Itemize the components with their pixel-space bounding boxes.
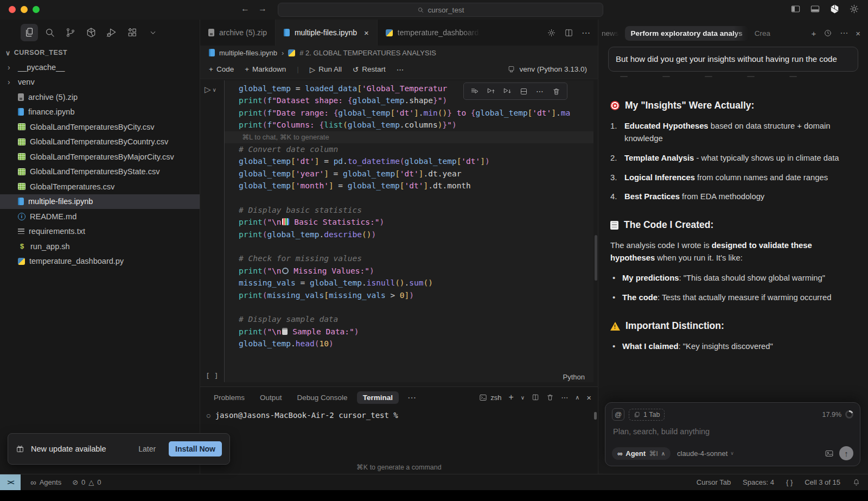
run-debug-icon[interactable] — [103, 24, 120, 41]
tab-settings-gear-icon[interactable] — [547, 28, 556, 37]
chat-tab-overflow-left[interactable]: news — [602, 29, 619, 37]
new-chat-plus-icon[interactable]: + — [811, 29, 816, 38]
run-above-icon[interactable] — [484, 85, 497, 97]
chat-more-icon[interactable]: ⋯ — [840, 28, 848, 38]
close-window-button[interactable] — [9, 6, 16, 13]
breadcrumb[interactable]: multiple-files.ipynb › # 2. GLOBAL TEMPE… — [200, 46, 598, 60]
history-clock-icon[interactable] — [824, 29, 832, 37]
panel-tab-problems[interactable]: Problems — [208, 391, 251, 404]
install-now-button[interactable]: Install Now — [169, 441, 222, 456]
cell-language-label[interactable]: Python — [563, 373, 585, 381]
new-terminal-plus-icon[interactable]: + — [509, 392, 514, 402]
status-item[interactable]: Cell 3 of 15 — [805, 478, 840, 486]
editor-tab[interactable]: multiple-files.ipynb× — [276, 20, 378, 46]
panel-tab-debug-console[interactable]: Debug Console — [291, 391, 354, 404]
editor-tab[interactable]: archive (5).zip — [200, 20, 276, 46]
search-icon[interactable] — [41, 24, 59, 41]
split-editor-icon[interactable] — [564, 28, 573, 37]
chat-tab-overflow-right[interactable]: Crea — [755, 29, 770, 37]
settings-gear-icon[interactable] — [849, 4, 859, 14]
tree-item[interactable]: archive (5).zip — [0, 90, 200, 105]
problems-status-item[interactable]: ⊘0 △0 — [72, 478, 101, 486]
close-chat-icon[interactable]: × — [856, 29, 860, 38]
later-button[interactable]: Later — [138, 445, 156, 453]
kernel-picker[interactable]: venv (Python 3.13.0) — [507, 65, 587, 73]
cursor-cube-icon[interactable] — [829, 4, 840, 14]
panel-tab-terminal[interactable]: Terminal — [357, 391, 399, 404]
tree-item[interactable]: GlobalTemperatures.csv — [0, 179, 200, 194]
add-code-cell-button[interactable]: +Code — [209, 65, 234, 73]
notifications-bell-icon[interactable] — [852, 478, 860, 486]
inline-ai-hint[interactable]: ⌘L to chat, ⌘K to generate — [225, 131, 593, 143]
extensions-icon[interactable] — [124, 24, 141, 41]
tree-item[interactable]: temperature_dashboard.py — [0, 254, 200, 269]
tree-item[interactable]: GlobalLandTemperaturesByState.csv — [0, 164, 200, 180]
delete-cell-icon[interactable] — [550, 85, 563, 97]
tree-item[interactable]: multiple-files.ipynb — [0, 194, 200, 210]
tree-item[interactable]: requirements.txt — [0, 224, 200, 239]
code-cell[interactable]: global_temp = loaded_data['Global_Temper… — [224, 80, 593, 382]
tree-item[interactable]: ›__pycache__ — [0, 60, 200, 75]
editor-tab[interactable]: temperature_dashboard.p — [378, 20, 481, 46]
breadcrumb-section[interactable]: # 2. GLOBAL TEMPERATURES ANALYSIS — [299, 49, 436, 57]
breadcrumb-file[interactable]: multiple-files.ipynb — [219, 49, 277, 57]
chat-tab-active[interactable]: Perform exploratory data analys — [625, 26, 749, 41]
tree-item[interactable]: iREADME.md — [0, 209, 200, 224]
remote-indicator[interactable]: >< — [0, 474, 21, 490]
send-button[interactable]: ↑ — [839, 446, 853, 460]
status-item[interactable]: { } — [786, 478, 793, 486]
zoom-window-button[interactable] — [33, 6, 40, 13]
split-terminal-icon[interactable] — [532, 394, 539, 401]
back-arrow-icon[interactable]: ← — [241, 4, 250, 14]
model-selector[interactable]: claude-4-sonnet ∨ — [677, 449, 734, 458]
run-cell-button[interactable]: ▷∨ — [205, 85, 216, 94]
editor-scrollbar-thumb[interactable] — [595, 235, 597, 281]
run-below-icon[interactable] — [501, 85, 514, 97]
terminal-content[interactable]: ○ jason@Jasons-MacBook-Air-2 cursor_test… — [200, 405, 598, 420]
split-cell-icon[interactable] — [517, 85, 530, 97]
cell-more-icon[interactable]: ⋯ — [533, 85, 546, 97]
context-tab-chip[interactable]: 1 Tab — [629, 409, 665, 421]
attach-image-icon[interactable] — [825, 449, 834, 458]
agents-status-item[interactable]: ∞Agents — [30, 478, 61, 487]
user-message-bubble[interactable]: But how did you get your insights withou… — [608, 47, 858, 72]
kill-terminal-trash-icon[interactable] — [546, 394, 554, 401]
terminal-dropdown-chevron-icon[interactable]: ∨ — [521, 395, 525, 401]
maximize-panel-chevron-icon[interactable]: ∧ — [575, 394, 579, 401]
command-center-search[interactable]: cursor_test — [278, 3, 603, 17]
remote-explorer-icon[interactable] — [82, 24, 100, 41]
tree-item[interactable]: $run_app.sh — [0, 239, 200, 254]
chat-input-box[interactable]: @ 1 Tab 17.9% Plan, search, build anythi… — [605, 402, 860, 466]
panel-actions-more-icon[interactable]: ⋯ — [561, 394, 568, 402]
panel-more-icon[interactable]: ⋯ — [407, 392, 416, 403]
explorer-icon[interactable] — [21, 24, 38, 41]
status-item[interactable]: Spaces: 4 — [743, 478, 774, 486]
terminal-scrollbar-thumb[interactable] — [594, 412, 597, 420]
source-control-icon[interactable] — [62, 24, 79, 41]
tree-item[interactable]: GlobalLandTemperaturesByCountry.csv — [0, 135, 200, 150]
layout-sidebar-icon[interactable] — [790, 4, 801, 14]
restart-kernel-button[interactable]: ↺Restart — [353, 65, 386, 74]
tree-item[interactable]: ›venv — [0, 75, 200, 90]
status-item[interactable]: Cursor Tab — [697, 478, 731, 486]
run-section-icon[interactable] — [468, 85, 481, 97]
run-all-button[interactable]: ▷Run All — [310, 65, 342, 74]
chat-input-placeholder[interactable]: Plan, search, build anything — [613, 427, 852, 436]
toolbar-more-icon[interactable]: ⋯ — [397, 65, 404, 74]
panel-tab-output[interactable]: Output — [254, 391, 288, 404]
cell-code[interactable]: global_temp = loaded_data['Global_Temper… — [225, 80, 593, 350]
close-tab-icon[interactable]: × — [364, 28, 369, 37]
close-panel-icon[interactable]: × — [586, 393, 591, 402]
add-context-at-button[interactable]: @ — [612, 408, 624, 421]
tree-item[interactable]: GlobalLandTemperaturesByMajorCity.csv — [0, 149, 200, 164]
add-markdown-cell-button[interactable]: +Markdown — [245, 65, 286, 73]
mode-selector-agent[interactable]: ∞ Agent ⌘I ∧ — [612, 447, 671, 460]
tree-item[interactable]: GlobalLandTemperaturesByCity.csv — [0, 119, 200, 135]
more-views-chevron-icon[interactable] — [144, 24, 162, 41]
layout-panel-icon[interactable] — [810, 4, 820, 14]
more-actions-icon[interactable]: ⋯ — [582, 28, 590, 38]
terminal-shell-chip[interactable]: zsh — [479, 394, 501, 402]
minimize-window-button[interactable] — [21, 6, 28, 13]
explorer-root-header[interactable]: ∨ CURSOR_TEST — [0, 46, 200, 60]
forward-arrow-icon[interactable]: → — [258, 4, 267, 14]
